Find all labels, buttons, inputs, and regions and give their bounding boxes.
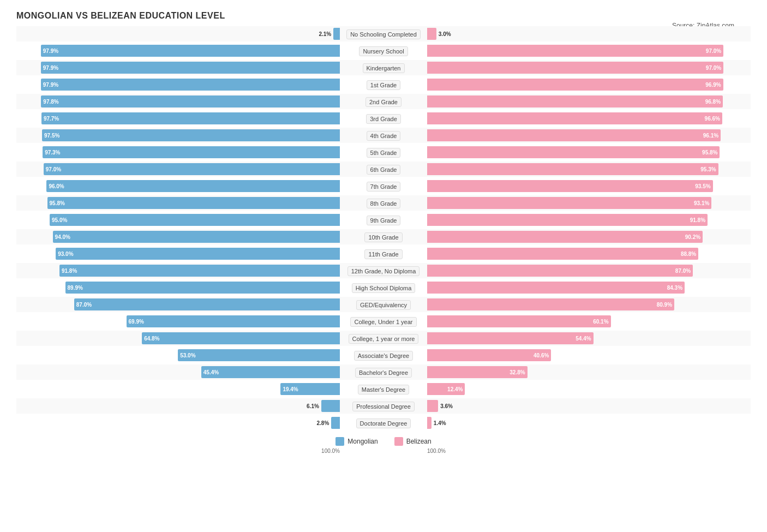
belizean-bar: 88.8% [427,248,698,260]
category-label-text: 1st Grade [367,80,400,90]
category-label-text: 9th Grade [367,216,401,225]
right-section: 96.1% [427,129,751,141]
legend-mongolian: Mongolian [335,437,377,446]
bar-right-value: 97.0% [706,65,721,71]
bar-right-value: 3.6% [440,403,453,409]
category-label-text: 4th Grade [367,131,401,141]
table-row: 69.9%College, Under 1 year60.1% [16,314,751,329]
mongolian-bar: 95.0% [50,214,340,226]
mongolian-bar: 97.9% [41,62,340,74]
right-section: 97.0% [427,45,751,57]
left-section: 87.0% [16,298,340,310]
belizean-bar [427,400,438,412]
mongolian-bar: 19.4% [280,383,340,395]
belizean-label: Belizean [406,438,432,445]
category-label-text: 7th Grade [367,182,401,192]
left-section: 97.9% [16,62,340,74]
belizean-bar: 54.4% [427,332,594,344]
belizean-bar [427,28,436,40]
belizean-bar: 93.5% [427,180,713,192]
right-section: 93.1% [427,197,751,209]
left-section: 93.0% [16,248,340,260]
left-section: 97.9% [16,79,340,91]
left-section: 94.0% [16,231,340,243]
bar-left-value: 93.0% [58,251,73,257]
table-row: 89.9%High School Diploma84.3% [16,280,751,295]
belizean-bar: 93.1% [427,197,711,209]
category-label: 7th Grade [340,181,427,192]
category-label-text: Doctorate Degree [356,419,411,428]
left-section: 97.8% [16,95,340,107]
mongolian-bar: 69.9% [127,315,340,327]
mongolian-bar: 64.8% [142,332,340,344]
mongolian-bar: 97.0% [44,163,340,175]
table-row: 95.8%8th Grade93.1% [16,195,751,211]
mongolian-bar: 95.8% [47,197,340,209]
mongolian-bar: 91.8% [59,265,340,277]
right-section: 32.8% [427,366,751,378]
belizean-bar: 32.8% [427,366,528,378]
right-section: 95.8% [427,146,751,158]
bar-left-value: 87.0% [76,302,92,308]
belizean-bar: 91.8% [427,214,708,226]
bar-right-value: 12.4% [447,386,463,392]
right-section: 40.6% [427,349,751,361]
left-section: 91.8% [16,265,340,277]
table-row: 53.0%Associate's Degree40.6% [16,348,751,363]
bar-right-value: 90.2% [685,234,700,240]
category-label: 12th Grade, No Diploma [340,266,427,276]
right-section: 96.6% [427,112,751,124]
category-label-text: 6th Grade [367,165,401,175]
bar-left-value: 97.9% [43,65,58,71]
category-label-text: Nursery School [359,46,408,56]
category-label: Nursery School [340,46,427,56]
axis-right: 100.0% [427,448,751,454]
category-label-text: No Schooling Completed [346,29,421,39]
mongolian-bar: 93.0% [56,248,340,260]
category-label-text: 3rd Grade [366,114,401,124]
category-label-text: 2nd Grade [365,97,402,107]
category-label: 5th Grade [340,147,427,158]
belizean-bar: 96.6% [427,112,722,124]
category-label-text: College, Under 1 year [350,317,416,327]
right-section: 84.3% [427,282,751,294]
right-section: 3.6% [427,400,751,412]
table-row: 19.4%Master's Degree12.4% [16,381,751,397]
left-section: 2.8% [16,417,340,429]
bar-left-value: 95.0% [52,217,67,223]
right-section: 60.1% [427,315,751,327]
belizean-bar: 96.1% [427,129,721,141]
bar-right-value: 32.8% [510,369,525,375]
left-section: 19.4% [16,383,340,395]
belizean-bar [427,417,432,429]
category-label-text: College, 1 year or more [349,334,419,344]
mongolian-bar: 89.9% [65,282,340,294]
bar-right-value: 95.8% [702,150,717,156]
bar-right-value: 60.1% [593,319,608,325]
category-label-text: 5th Grade [367,148,401,158]
category-label-text: Associate's Degree [354,351,413,361]
table-row: 97.0%6th Grade95.3% [16,162,751,177]
belizean-bar: 90.2% [427,231,703,243]
left-section: 97.0% [16,163,340,175]
table-row: 96.0%7th Grade93.5% [16,178,751,194]
belizean-bar: 87.0% [427,265,693,277]
table-row: 94.0%10th Grade90.2% [16,229,751,244]
category-label: College, Under 1 year [340,316,427,327]
category-label: College, 1 year or more [340,333,427,344]
left-section: 2.1% [16,28,340,40]
right-section: 90.2% [427,231,751,243]
mongolian-bar: 96.0% [46,180,340,192]
right-section: 96.8% [427,95,751,107]
category-label: Doctorate Degree [340,418,427,428]
category-label-text: GED/Equivalency [356,300,411,310]
bar-left-value: 95.8% [50,200,65,206]
right-section: 80.9% [427,298,751,310]
category-label-text: Master's Degree [358,385,409,394]
left-section: 6.1% [16,400,340,412]
bar-left-value: 97.8% [43,99,58,105]
category-label: Associate's Degree [340,350,427,361]
left-section: 97.3% [16,146,340,158]
right-section: 3.0% [427,28,751,40]
mongolian-bar: 87.0% [74,298,340,310]
